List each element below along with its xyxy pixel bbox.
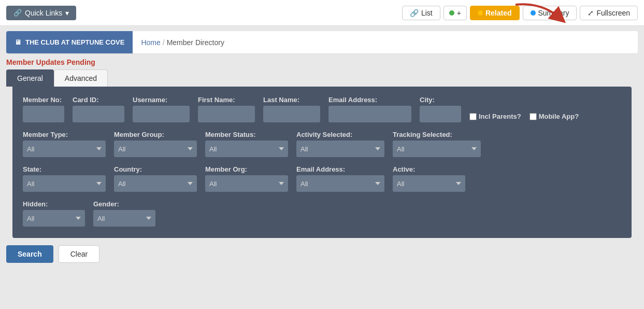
breadcrumb: Home / Member Directory <box>133 38 233 47</box>
active-select[interactable]: All Yes No <box>393 175 465 192</box>
member-org-field: Member Org: All <box>205 165 288 192</box>
activity-selected-label: Activity Selected: <box>296 131 384 138</box>
hidden-label: Hidden: <box>23 200 85 208</box>
breadcrumb-current: Member Directory <box>167 38 224 47</box>
state-field: State: All <box>23 165 106 192</box>
breadcrumb-home[interactable]: Home <box>141 38 160 47</box>
related-button[interactable]: Related <box>470 6 520 20</box>
gender-field: Gender: All Male Female Other <box>93 200 155 227</box>
member-no-field: Member No: <box>23 96 64 122</box>
tracking-selected-select[interactable]: All <box>393 141 481 157</box>
quick-links-label: Quick Links <box>25 9 62 17</box>
card-id-field: Card ID: <box>73 96 124 122</box>
fullscreen-button[interactable]: ⤢ Fullscreen <box>580 6 638 20</box>
hidden-field: Hidden: All Yes No <box>23 200 85 227</box>
chevron-down-icon: ▾ <box>65 9 69 17</box>
form-row-3: State: All Country: All Member Org: All <box>23 165 621 192</box>
mobile-app-checkbox[interactable] <box>529 113 537 120</box>
city-input[interactable] <box>420 106 461 122</box>
country-select[interactable]: All <box>114 175 197 192</box>
tab-advanced[interactable]: Advanced <box>54 69 108 87</box>
username-field: Username: <box>133 96 190 122</box>
green-dot-icon <box>449 10 454 16</box>
mobile-app-checkbox-label[interactable]: Mobile App? <box>529 113 579 120</box>
plus-icon: + <box>457 9 461 17</box>
action-buttons: Search Clear <box>6 245 638 263</box>
member-group-field: Member Group: All <box>114 131 197 157</box>
member-type-field: Member Type: All <box>23 131 106 157</box>
member-status-label: Member Status: <box>205 131 288 138</box>
tab-general[interactable]: General <box>6 69 54 87</box>
incl-parents-checkbox-label[interactable]: Incl Parents? <box>469 113 521 120</box>
list-icon: 🔗 <box>410 9 419 17</box>
card-id-label: Card ID: <box>73 96 124 104</box>
member-type-label: Member Type: <box>23 131 106 138</box>
city-label: City: <box>420 96 461 104</box>
state-label: State: <box>23 165 106 173</box>
tabs-container: General Advanced Member No: Card ID: Use… <box>6 69 638 238</box>
activity-selected-field: Activity Selected: All <box>296 131 384 157</box>
city-field: City: <box>420 96 461 122</box>
email-address-field: Email Address: <box>328 96 411 122</box>
hidden-select[interactable]: All Yes No <box>23 210 85 227</box>
form-row-1: Member No: Card ID: Username: First Name… <box>23 96 621 122</box>
member-org-select[interactable]: All <box>205 175 288 192</box>
gender-select[interactable]: All Male Female Other <box>93 210 155 227</box>
email-address-input[interactable] <box>328 106 411 122</box>
quick-links-button[interactable]: 🔗 Quick Links ▾ <box>6 6 76 20</box>
breadcrumb-separator: / <box>163 38 165 47</box>
gender-label: Gender: <box>93 200 155 208</box>
username-label: Username: <box>133 96 190 104</box>
tracking-selected-field: Tracking Selected: All <box>393 131 481 157</box>
member-no-label: Member No: <box>23 96 64 104</box>
org-label: 🖥 THE CLUB AT NEPTUNE COVE <box>6 31 133 53</box>
link-icon: 🔗 <box>13 9 22 17</box>
member-status-field: Member Status: All <box>205 131 288 157</box>
first-name-input[interactable] <box>198 106 255 122</box>
last-name-field: Last Name: <box>263 96 320 122</box>
email-address-filter-field: Email Address: All <box>296 165 384 192</box>
email-address-label: Email Address: <box>328 96 411 104</box>
first-name-field: First Name: <box>198 96 255 122</box>
search-button[interactable]: Search <box>6 245 53 263</box>
checkbox-group: Incl Parents? Mobile App? <box>469 113 579 122</box>
monitor-icon: 🖥 <box>15 38 21 46</box>
expand-icon: ⤢ <box>588 9 594 17</box>
related-icon <box>478 10 483 16</box>
first-name-label: First Name: <box>198 96 255 104</box>
summary-button[interactable]: Summary <box>523 6 577 20</box>
state-select[interactable]: All <box>23 175 106 192</box>
active-label: Active: <box>393 165 465 173</box>
tab-list: General Advanced <box>6 69 638 87</box>
pending-notice: Member Updates Pending <box>6 58 638 66</box>
clear-button[interactable]: Clear <box>59 245 99 263</box>
tracking-selected-label: Tracking Selected: <box>393 131 481 138</box>
username-input[interactable] <box>133 106 190 122</box>
email-address-filter-label: Email Address: <box>296 165 384 173</box>
email-address-filter-select[interactable]: All <box>296 175 384 192</box>
incl-parents-checkbox[interactable] <box>469 113 477 120</box>
top-bar: 🔗 Quick Links ▾ 🔗 List + Related Summary <box>0 0 644 26</box>
top-right-nav: 🔗 List + Related Summary ⤢ Fullscreen <box>402 6 638 20</box>
last-name-label: Last Name: <box>263 96 320 104</box>
member-type-select[interactable]: All <box>23 141 106 157</box>
member-status-select[interactable]: All <box>205 141 288 157</box>
country-field: Country: All <box>114 165 197 192</box>
country-label: Country: <box>114 165 197 173</box>
search-panel: Member No: Card ID: Username: First Name… <box>12 87 632 238</box>
green-dot-button[interactable]: + <box>443 6 467 20</box>
form-row-2: Member Type: All Member Group: All Membe… <box>23 131 621 157</box>
member-no-input[interactable] <box>23 106 64 122</box>
card-id-input[interactable] <box>73 106 124 122</box>
form-row-4: Hidden: All Yes No Gender: All Male Fema… <box>23 200 621 227</box>
activity-selected-select[interactable]: All <box>296 141 384 157</box>
active-field: Active: All Yes No <box>393 165 465 192</box>
member-group-label: Member Group: <box>114 131 197 138</box>
list-button[interactable]: 🔗 List <box>402 6 440 20</box>
summary-icon <box>531 10 536 16</box>
last-name-input[interactable] <box>263 106 320 122</box>
breadcrumb-bar: 🖥 THE CLUB AT NEPTUNE COVE Home / Member… <box>6 31 638 54</box>
member-group-select[interactable]: All <box>114 141 197 157</box>
member-org-label: Member Org: <box>205 165 288 173</box>
